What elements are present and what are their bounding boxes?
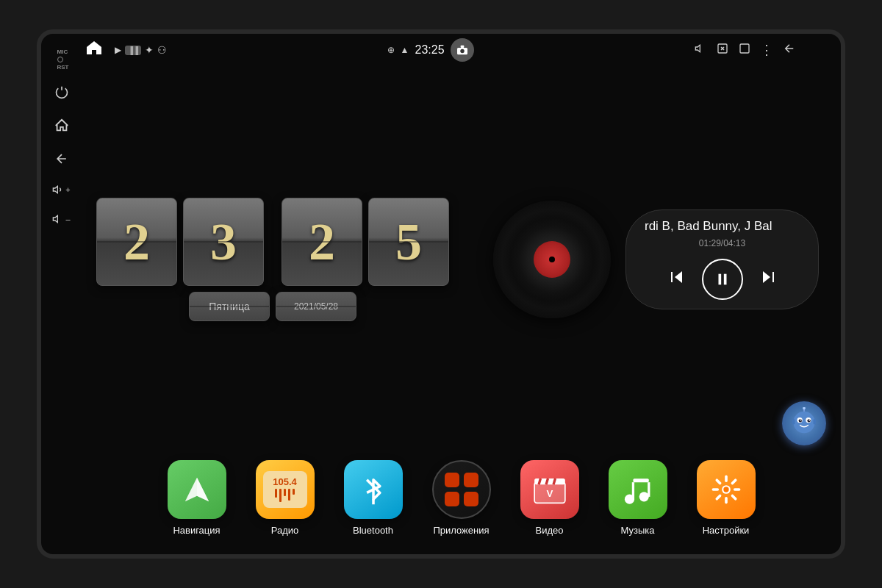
wifi-icon: ▲ — [401, 45, 409, 55]
date-label: 2021/05/28 — [294, 301, 338, 312]
svg-point-20 — [807, 419, 810, 422]
track-name: rdi B, Bad Bunny, J Bal — [645, 219, 800, 234]
app-navigation[interactable]: Навигация — [164, 460, 230, 536]
apps-section: Навигация 105.4 — [82, 453, 841, 554]
svg-point-22 — [808, 420, 810, 421]
hour1-digit: 2 — [123, 215, 150, 268]
app-music[interactable]: Музыка — [605, 460, 671, 536]
vol-up-button[interactable]: + — [45, 175, 77, 204]
settings-label: Настройки — [703, 525, 750, 536]
player-controls-area: rdi B, Bad Bunny, J Bal 01:29/04:13 — [625, 209, 819, 309]
ai-assistant[interactable] — [782, 401, 826, 445]
svg-marker-5 — [695, 45, 700, 51]
top-section: 2 3 2 5 — [82, 66, 841, 453]
app-video[interactable]: V Видео — [517, 460, 583, 536]
svg-rect-4 — [460, 46, 464, 48]
svg-marker-28 — [197, 478, 209, 501]
app-radio[interactable]: 105.4 Радио — [252, 460, 318, 536]
ai-icon — [782, 401, 826, 445]
play-icon: ▶ — [115, 45, 121, 55]
status-bar: ▶ ▐▐ ✦ ⚇ ⊕ ▲ 23:25 — [41, 34, 841, 66]
mic-label: MIC — [57, 49, 68, 55]
close-icon — [716, 43, 729, 57]
hour1-card: 2 — [96, 198, 177, 286]
usb-icon: ⚇ — [157, 44, 167, 56]
volume-icon — [694, 43, 707, 57]
svg-line-49 — [732, 480, 735, 483]
status-home-icon — [85, 40, 103, 60]
app-apps[interactable]: Приложения — [429, 460, 495, 536]
status-right: ⋮ — [694, 42, 797, 58]
left-side-controls: MIC RST + — [41, 34, 82, 554]
app-settings[interactable]: Настройки — [693, 460, 759, 536]
svg-point-42 — [723, 487, 728, 492]
status-media-icons: ▶ ▐▐ ✦ ⚇ — [115, 44, 167, 56]
nav-back-icon[interactable] — [782, 42, 797, 58]
clock-display: 23:25 — [415, 43, 445, 57]
hour2-digit: 3 — [210, 215, 237, 268]
svg-text:V: V — [546, 488, 553, 499]
svg-rect-38 — [633, 478, 648, 482]
status-left: ▶ ▐▐ ✦ ⚇ — [85, 40, 167, 60]
flip-clock: 2 3 2 5 — [96, 198, 449, 321]
bt-label: Bluetooth — [353, 525, 393, 536]
min1-card: 2 — [282, 198, 362, 286]
radio-label: Радио — [271, 525, 299, 536]
svg-point-21 — [800, 420, 802, 421]
next-button[interactable] — [758, 268, 778, 290]
prev-button[interactable] — [667, 268, 687, 290]
bt-icon — [344, 460, 403, 519]
nav-label: Навигация — [173, 525, 220, 536]
video-label: Видео — [536, 525, 564, 536]
svg-marker-14 — [763, 271, 770, 283]
video-icon: V — [520, 460, 579, 519]
svg-point-24 — [803, 407, 806, 409]
svg-rect-13 — [723, 274, 726, 285]
location-icon: ⊕ — [387, 45, 395, 55]
power-button[interactable] — [47, 76, 76, 109]
bluetooth-status-icon: ✦ — [145, 44, 154, 56]
home-button[interactable] — [46, 109, 77, 143]
music-label: Музыка — [621, 525, 655, 536]
vol-down-button[interactable]: – — [45, 204, 77, 234]
svg-rect-9 — [740, 44, 749, 53]
back-button[interactable] — [47, 143, 76, 175]
music-player: rdi B, Bad Bunny, J Bal 01:29/04:13 — [493, 201, 819, 318]
window-icon — [738, 43, 751, 57]
svg-line-48 — [732, 495, 735, 498]
svg-rect-25 — [792, 419, 795, 424]
status-center: ⊕ ▲ 23:25 — [387, 38, 474, 62]
svg-point-16 — [793, 412, 814, 433]
camera-button[interactable] — [451, 38, 474, 62]
day-label: Пятница — [209, 301, 249, 312]
radio-freq: 105.4 — [273, 477, 297, 487]
min2-digit: 5 — [395, 215, 422, 268]
apps-label: Приложения — [433, 525, 489, 536]
min2-card: 5 — [368, 198, 449, 286]
svg-point-3 — [460, 49, 464, 53]
main-content: 2 3 2 5 — [41, 66, 841, 554]
apps-icon — [432, 460, 491, 519]
svg-rect-26 — [813, 419, 816, 424]
music-icon — [609, 460, 667, 519]
svg-marker-10 — [675, 271, 682, 283]
svg-point-19 — [799, 419, 802, 422]
min1-digit: 2 — [309, 215, 335, 268]
svg-line-50 — [717, 495, 720, 498]
nav-icon — [168, 460, 226, 519]
playback-controls — [645, 259, 800, 300]
app-bluetooth[interactable]: Bluetooth — [340, 460, 406, 536]
svg-marker-1 — [54, 215, 58, 222]
player-pill: rdi B, Bad Bunny, J Bal 01:29/04:13 — [625, 209, 819, 309]
media-controls-icon: ▐▐ — [125, 46, 141, 55]
svg-rect-12 — [718, 274, 721, 285]
device-screen: MIC RST + — [37, 29, 845, 559]
menu-icon[interactable]: ⋮ — [760, 42, 773, 58]
settings-icon — [697, 460, 756, 519]
svg-point-37 — [639, 492, 648, 501]
play-pause-button[interactable] — [702, 259, 743, 300]
track-time: 01:29/04:13 — [645, 238, 800, 248]
svg-line-47 — [717, 480, 720, 483]
hour2-card: 3 — [183, 198, 264, 286]
rst-label: RST — [57, 64, 69, 71]
